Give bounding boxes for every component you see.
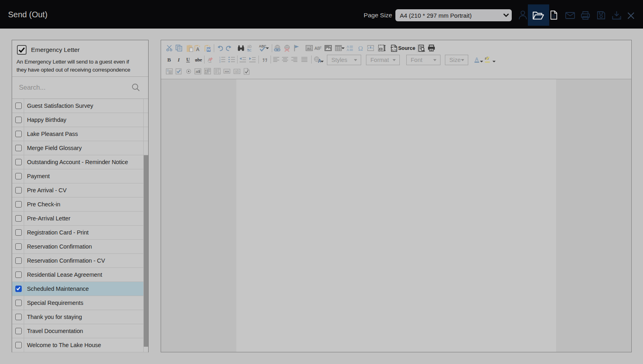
svg-text:ab: ab [234,69,239,74]
svg-text:xxx: xxx [225,70,229,73]
svg-text:ab: ab [196,69,200,74]
svg-text:I: I [177,57,180,62]
svg-text:U: U [186,57,190,62]
svg-text:”: ” [262,56,267,63]
svg-text:B: B [167,57,171,62]
svg-text:A: A [196,46,200,52]
svg-text:</>: </> [392,49,397,51]
svg-text:AB: AB [314,46,320,51]
svg-text:c d: c d [205,70,208,73]
svg-text:A: A [347,48,349,51]
svg-text:2: 2 [320,45,322,49]
svg-text:A: A [475,57,478,62]
svg-text:W: W [207,47,210,51]
svg-text:Ω: Ω [358,45,363,51]
svg-text:3: 3 [219,61,220,63]
